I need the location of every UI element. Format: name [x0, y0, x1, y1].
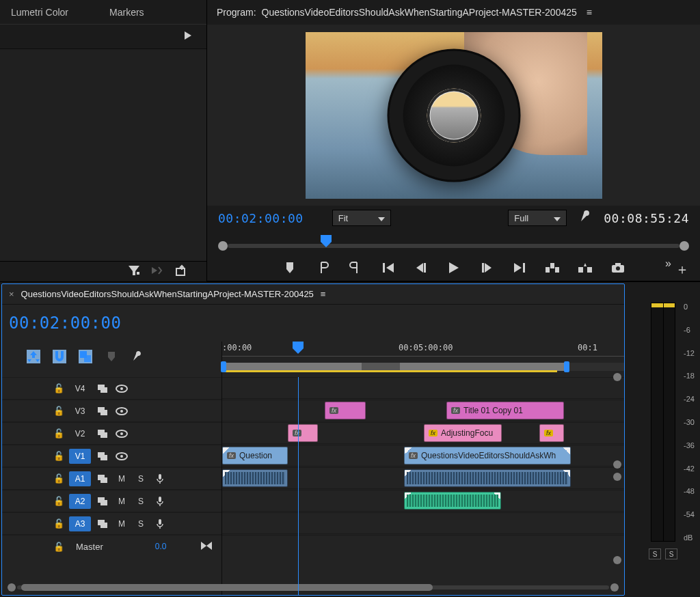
- solo-button[interactable]: S: [133, 471, 148, 486]
- program-scrub-bar[interactable]: [218, 233, 689, 253]
- vscroll-handle-top[interactable]: [613, 373, 621, 381]
- program-playhead[interactable]: [321, 235, 332, 247]
- lock-icon[interactable]: 🔓: [53, 406, 65, 416]
- go-to-out-icon[interactable]: [512, 260, 527, 275]
- clip-v2-adjusting[interactable]: fxAdjustingFocu: [424, 424, 502, 442]
- video-track-v3[interactable]: fx fxTitle 01 Copy 01: [222, 400, 624, 421]
- audio-track-a1[interactable]: fx fx: [222, 467, 624, 489]
- tab-markers[interactable]: Markers: [109, 7, 144, 18]
- timeline-menu-icon[interactable]: ≡: [321, 289, 326, 299]
- meter-solo-left[interactable]: S: [649, 549, 661, 559]
- sync-lock-icon[interactable]: [95, 471, 110, 486]
- play-icon[interactable]: [446, 260, 461, 275]
- track-target-v2[interactable]: V2: [69, 426, 91, 441]
- master-output-icon[interactable]: [201, 542, 212, 552]
- go-to-in-icon[interactable]: [381, 260, 396, 275]
- transport-overflow-icon[interactable]: »: [665, 258, 671, 270]
- track-target-v3[interactable]: V3: [69, 404, 91, 419]
- close-panel-icon[interactable]: ×: [9, 289, 14, 299]
- work-area-bar[interactable]: [222, 357, 624, 377]
- sync-lock-icon[interactable]: [95, 381, 110, 396]
- sync-lock-icon[interactable]: [95, 449, 110, 464]
- sync-lock-icon[interactable]: [95, 516, 110, 531]
- track-target-a2[interactable]: A2: [69, 494, 91, 509]
- disclosure-toggle-icon[interactable]: [185, 31, 191, 42]
- lift-icon[interactable]: [545, 260, 560, 275]
- tab-lumetri-color[interactable]: Lumetri Color: [11, 7, 68, 18]
- step-back-icon[interactable]: [414, 260, 429, 275]
- extract-icon[interactable]: [578, 260, 593, 275]
- lock-icon[interactable]: 🔓: [53, 473, 65, 484]
- timeline-current-timecode[interactable]: 00:02:00:00: [9, 314, 121, 333]
- add-marker-icon[interactable]: [282, 260, 297, 275]
- clip-a1-a[interactable]: fx: [222, 469, 288, 487]
- program-current-timecode[interactable]: 00:02:00:00: [218, 211, 304, 225]
- toggle-track-output-icon[interactable]: [114, 426, 129, 441]
- lock-icon[interactable]: 🔓: [53, 383, 65, 393]
- timeline-playhead-marker[interactable]: [293, 342, 304, 354]
- clip-v2-b[interactable]: fx: [539, 424, 564, 442]
- solo-button[interactable]: S: [133, 494, 148, 509]
- master-track-lane[interactable]: [222, 535, 624, 557]
- clip-a1-b[interactable]: fx: [404, 469, 571, 487]
- button-editor-plus-icon[interactable]: ＋: [675, 260, 689, 279]
- lock-icon[interactable]: 🔓: [53, 518, 65, 529]
- auto-play-icon[interactable]: [152, 266, 164, 277]
- audio-track-a3[interactable]: [222, 512, 624, 534]
- clip-a2-a[interactable]: fx: [404, 492, 501, 510]
- mark-out-icon[interactable]: [348, 260, 363, 275]
- program-viewer[interactable]: [306, 32, 602, 199]
- zoom-fit-dropdown[interactable]: Fit: [332, 210, 391, 226]
- step-forward-icon[interactable]: [479, 260, 494, 275]
- clip-v3-title[interactable]: fxTitle 01 Copy 01: [446, 402, 564, 419]
- lock-icon[interactable]: 🔓: [53, 451, 65, 461]
- track-target-v1[interactable]: V1: [69, 449, 91, 464]
- settings-wrench-icon[interactable]: [579, 211, 591, 225]
- clip-v2-a[interactable]: fx: [288, 424, 318, 442]
- audio-track-a2[interactable]: fx: [222, 490, 624, 512]
- mute-button[interactable]: M: [114, 516, 129, 531]
- track-target-a3[interactable]: A3: [69, 516, 91, 531]
- clip-v1-question[interactable]: fxQuestion: [222, 447, 288, 464]
- vscroll-handle-mid1[interactable]: [613, 460, 621, 469]
- toggle-track-output-icon[interactable]: [114, 381, 129, 396]
- program-duration-timecode: 00:08:55:24: [604, 211, 689, 225]
- lock-icon[interactable]: 🔓: [53, 542, 65, 552]
- export-frame-icon[interactable]: [176, 266, 187, 277]
- export-frame-camera-icon[interactable]: [610, 260, 625, 275]
- toggle-track-output-icon[interactable]: [114, 404, 129, 419]
- program-menu-icon[interactable]: ≡: [587, 7, 592, 18]
- video-track-v4[interactable]: [222, 377, 624, 399]
- voiceover-mic-icon[interactable]: [152, 471, 167, 486]
- track-target-v4[interactable]: V4: [69, 381, 91, 396]
- voiceover-mic-icon[interactable]: [152, 494, 167, 509]
- mute-button[interactable]: M: [114, 471, 129, 486]
- sync-lock-icon[interactable]: [95, 426, 110, 441]
- toggle-track-output-icon[interactable]: [114, 449, 129, 464]
- lock-icon[interactable]: 🔓: [53, 428, 65, 439]
- filter-bin-icon[interactable]: [129, 266, 139, 277]
- mute-button[interactable]: M: [114, 494, 129, 509]
- time-ruler[interactable]: :00:00 00:05:00:00 00:1: [222, 342, 624, 357]
- clip-v1-long[interactable]: fxQuestionsVideoEditorsShouldAskWh: [404, 447, 571, 464]
- meter-solo-right[interactable]: S: [665, 549, 677, 559]
- timeline-playhead-line[interactable]: [298, 377, 299, 595]
- solo-button[interactable]: S: [133, 516, 148, 531]
- master-fader-value[interactable]: 0.0: [155, 542, 167, 551]
- video-track-v1[interactable]: fxQuestion fxQuestionsVideoEditorsShould…: [222, 445, 624, 467]
- sync-lock-icon[interactable]: [95, 494, 110, 509]
- sync-lock-icon[interactable]: [95, 404, 110, 419]
- timeline-sequence-title[interactable]: QuestionsVideoEditorsShouldAskWhenStarti…: [21, 289, 314, 299]
- track-header-a3: 🔓A3MS: [2, 512, 221, 535]
- resolution-dropdown[interactable]: Full: [508, 210, 567, 226]
- video-track-v2[interactable]: fx fxAdjustingFocu fx: [222, 422, 624, 444]
- clip-v3-a[interactable]: fx: [325, 402, 366, 419]
- vscroll-handle-bot[interactable]: [613, 556, 621, 564]
- timeline-horizontal-scrollbar[interactable]: [8, 584, 619, 591]
- mark-in-icon[interactable]: [315, 260, 330, 275]
- track-target-a1[interactable]: A1: [69, 471, 91, 486]
- vscroll-handle-mid2[interactable]: [613, 473, 621, 481]
- voiceover-mic-icon[interactable]: [152, 516, 167, 531]
- master-label: Master: [76, 542, 103, 552]
- lock-icon[interactable]: 🔓: [53, 496, 65, 506]
